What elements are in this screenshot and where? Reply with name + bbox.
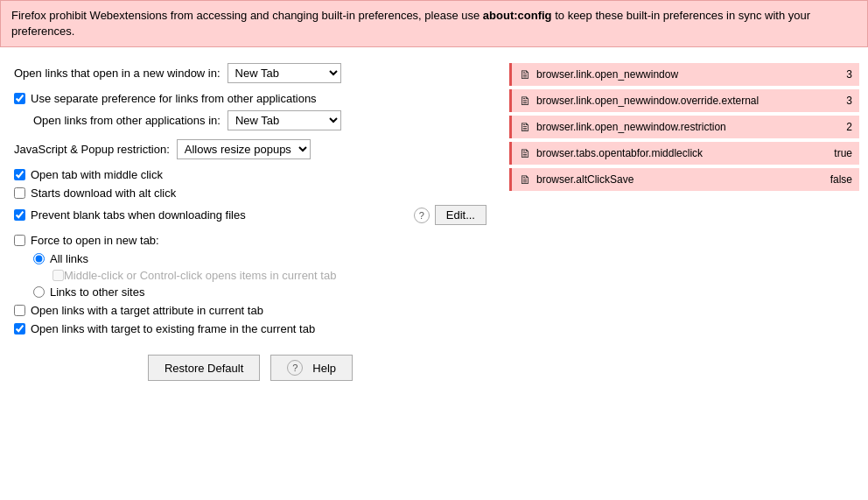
open-links-row: Open links that open in a new window in:… [14,63,486,83]
config-row[interactable]: 🗎 browser.link.open_newwindow.override.e… [509,89,859,112]
config-file-icon: 🗎 [519,94,531,108]
config-file-icon: 🗎 [519,146,531,160]
target-attr-checkbox[interactable] [14,305,25,316]
force-new-tab-label: Force to open in new tab: [31,234,159,247]
middle-ctrl-checkbox[interactable] [52,270,64,281]
all-links-radio-label: All links [50,252,88,265]
config-file-icon: 🗎 [519,67,531,81]
open-links-apps-sub: Open links from other applications in: N… [14,110,486,130]
js-popup-select[interactable]: Allows resize popups Block popups Allow … [177,139,311,159]
config-value: false [830,173,852,186]
config-name: browser.link.open_newwindow [536,68,839,81]
alt-click-checkbox[interactable] [14,187,25,199]
force-new-tab-checkbox[interactable] [14,235,25,246]
bottom-buttons: Restore Default ? Help [14,341,486,390]
other-sites-radio[interactable] [33,286,45,298]
warning-text-before: Firefox prohibit Webextensions from acce… [11,9,483,22]
edit-button[interactable]: Edit... [435,205,486,225]
middle-ctrl-row: Middle-click or Control-click opens item… [52,269,486,282]
config-value: 3 [846,68,852,81]
middle-click-checkbox[interactable] [14,169,25,180]
middle-ctrl-sub: Middle-click or Control-click opens item… [33,269,486,282]
config-value: 3 [846,95,852,107]
prevent-blank-checkbox-row: Prevent blank tabs when downloading file… [14,208,414,222]
alt-click-row: Starts download with alt click [14,187,486,200]
target-frame-checkbox[interactable] [14,323,25,335]
config-value: true [834,147,852,159]
use-separate-checkbox[interactable] [14,93,25,104]
prevent-blank-row: Prevent blank tabs when downloading file… [14,205,486,225]
other-sites-label: Links to other sites [50,285,144,299]
config-name: browser.link.open_newwindow.restriction [536,121,839,133]
open-links-select[interactable]: New Tab New Window [228,63,341,83]
open-links-label: Open links that open in a new window in: [14,67,220,80]
all-links-radio-row: All links [33,252,486,265]
middle-ctrl-label: Middle-click or Control-click opens item… [64,269,336,282]
target-attr-row: Open links with a target attribute in cu… [14,304,486,317]
js-popup-row: JavaScript & Popup restriction: Allows r… [14,139,486,159]
warning-banner: Firefox prohibit Webextensions from acce… [0,0,868,47]
other-sites-radio-row: Links to other sites [33,285,486,299]
config-name: browser.tabs.opentabfor.middleclick [536,147,827,159]
config-row[interactable]: 🗎 browser.altClickSave false [509,168,859,191]
config-value: 2 [846,121,852,133]
help-button[interactable]: ? Help [270,355,353,381]
about-config-link[interactable]: about:config [483,9,552,22]
restore-default-button[interactable]: Restore Default [148,355,260,381]
target-attr-label: Open links with a target attribute in cu… [31,304,263,317]
middle-click-row: Open tab with middle click [14,168,486,181]
config-row[interactable]: 🗎 browser.tabs.opentabfor.middleclick tr… [509,142,859,165]
use-separate-label: Use separate preference for links from o… [31,92,317,105]
middle-click-label: Open tab with middle click [31,168,163,181]
prevent-blank-label: Prevent blank tabs when downloading file… [31,208,246,222]
prevent-blank-help-icon[interactable]: ? [414,208,430,223]
left-panel: Open links that open in a new window in:… [0,56,500,397]
open-links-apps-row: Open links from other applications in: N… [33,110,486,130]
alt-click-label: Starts download with alt click [31,187,176,200]
config-file-icon: 🗎 [519,120,531,134]
config-name: browser.altClickSave [536,173,823,186]
config-row[interactable]: 🗎 browser.link.open_newwindow.restrictio… [509,116,859,138]
all-links-radio[interactable] [33,253,45,264]
right-panel: 🗎 browser.link.open_newwindow 3 🗎 browse… [500,56,868,397]
config-name: browser.link.open_newwindow.override.ext… [536,95,839,107]
js-popup-label: JavaScript & Popup restriction: [14,143,170,156]
open-links-apps-select[interactable]: New Tab New Window [228,110,341,130]
use-separate-row: Use separate preference for links from o… [14,92,486,105]
open-links-apps-label: Open links from other applications in: [33,114,220,127]
target-frame-label: Open links with target to existing frame… [31,322,315,335]
force-new-tab-row: Force to open in new tab: [14,234,486,247]
config-file-icon: 🗎 [519,173,531,187]
force-new-tab-radio-group: All links Middle-click or Control-click … [14,252,486,299]
config-row[interactable]: 🗎 browser.link.open_newwindow 3 [509,63,859,86]
help-button-icon: ? [287,360,303,376]
target-frame-row: Open links with target to existing frame… [14,322,486,335]
prevent-blank-checkbox[interactable] [14,209,25,221]
help-button-label: Help [312,362,336,375]
